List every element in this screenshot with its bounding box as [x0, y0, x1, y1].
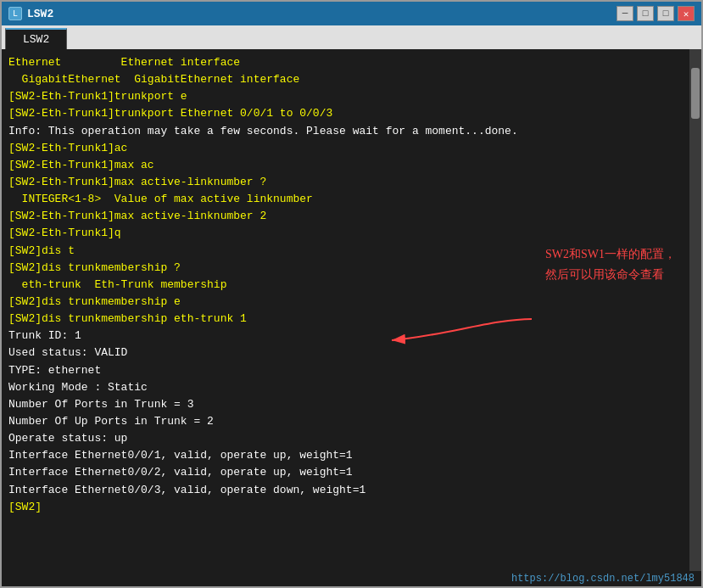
restore-button[interactable]: □ [637, 6, 654, 21]
terminal-wrapper: Ethernet Ethernet interface GigabitEther… [2, 49, 701, 571]
scrollbar[interactable] [689, 49, 701, 571]
main-window: L LSW2 ─ □ □ ✕ LSW2 Ethernet Ethernet in… [0, 0, 703, 588]
terminal-line: GigabitEthernet GigabitEthernet interfac… [8, 71, 683, 88]
tab-lsw2[interactable]: LSW2 [5, 28, 67, 49]
terminal-line: TYPE: ethernet [8, 362, 683, 379]
tab-bar: LSW2 [2, 25, 701, 49]
window-title: LSW2 [27, 8, 53, 20]
minimize-button[interactable]: ─ [617, 6, 633, 21]
terminal-output[interactable]: Ethernet Ethernet interface GigabitEther… [2, 49, 689, 571]
terminal-line: INTEGER<1-8> Value of max active linknum… [8, 191, 683, 208]
terminal-line: Info: This operation may take a few seco… [8, 123, 683, 140]
terminal-line: [SW2-Eth-Trunk1]q [8, 225, 683, 242]
terminal-line: Operate status: up [8, 430, 683, 447]
terminal-line: Used status: VALID [8, 344, 683, 361]
terminal-line: Interface Ethernet0/0/3, valid, operate … [8, 482, 683, 499]
terminal-line: Working Mode : Static [8, 379, 683, 396]
terminal-line: [SW2-Eth-Trunk1]trunkport Ethernet 0/0/1… [8, 105, 683, 122]
terminal-line: [SW2]dis t [8, 243, 683, 260]
terminal-line: [SW2-Eth-Trunk1]trunkport e [8, 88, 683, 105]
terminal-line: Number Of Ports in Trunk = 3 [8, 396, 683, 413]
terminal-line: eth-trunk Eth-Trunk membership [8, 277, 683, 294]
terminal-line: [SW2] [8, 499, 683, 516]
terminal-line: Interface Ethernet0/0/2, valid, operate … [8, 464, 683, 481]
terminal-line: [SW2-Eth-Trunk1]max ac [8, 157, 683, 174]
terminal-line: [SW2-Eth-Trunk1]ac [8, 140, 683, 157]
terminal-line: Interface Ethernet0/0/1, valid, operate … [8, 447, 683, 464]
terminal-line: [SW2]dis trunkmembership eth-trunk 1 [8, 311, 683, 328]
terminal-line: [SW2]dis trunkmembership e [8, 294, 683, 311]
scrollbar-thumb[interactable] [691, 68, 700, 119]
terminal-line: [SW2-Eth-Trunk1]max active-linknumber ? [8, 174, 683, 191]
close-button[interactable]: ✕ [678, 6, 695, 21]
terminal-line: [SW2]dis trunkmembership ? [8, 260, 683, 277]
title-bar-left: L LSW2 [8, 7, 53, 20]
watermark: https://blog.csdn.net/lmy51848 [2, 571, 701, 586]
title-controls: ─ □ □ ✕ [617, 6, 695, 21]
terminal-line: Number Of Up Ports in Trunk = 2 [8, 413, 683, 430]
terminal-line: Trunk ID: 1 [8, 328, 683, 344]
title-bar: L LSW2 ─ □ □ ✕ [2, 2, 701, 25]
app-icon: L [8, 7, 22, 20]
terminal-line: Ethernet Ethernet interface [8, 54, 683, 71]
terminal-line: [SW2-Eth-Trunk1]max active-linknumber 2 [8, 208, 683, 225]
maximize-button[interactable]: □ [657, 6, 674, 21]
